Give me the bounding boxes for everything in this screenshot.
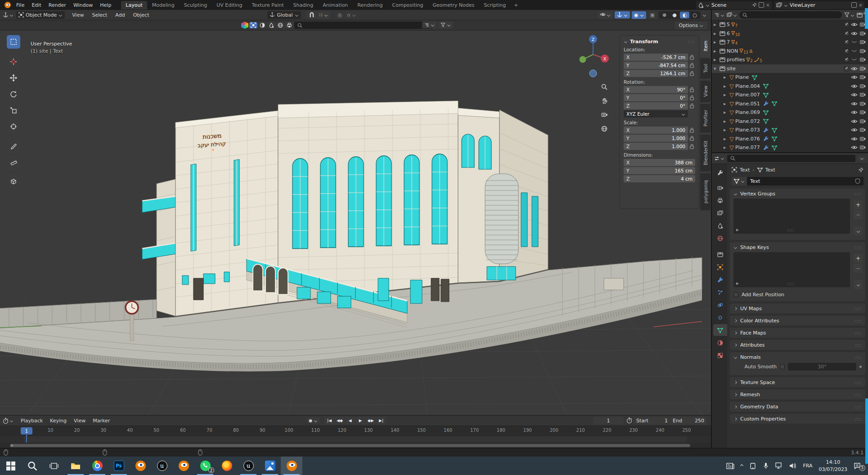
expand-arrow[interactable]: ▸ — [724, 109, 728, 115]
shading-mode-button[interactable]: ⊕ — [660, 12, 669, 18]
playback-button[interactable]: |◀ — [324, 417, 334, 425]
object-name[interactable]: Plane.073 — [735, 127, 760, 133]
playback-button[interactable]: ◆▶ — [366, 417, 376, 425]
remove-shape-key-button[interactable]: − — [854, 264, 863, 273]
orientation-dropdown[interactable]: Global — [267, 11, 301, 19]
viewport-menu-item[interactable]: View — [68, 11, 87, 19]
tab-constraint-properties[interactable] — [713, 312, 727, 323]
toggle-xray-button[interactable]: ▣ — [648, 11, 657, 19]
panel-expand[interactable] — [734, 417, 737, 420]
collection-checkbox[interactable] — [844, 31, 849, 36]
collection-checkbox[interactable] — [844, 66, 849, 71]
outliner-object-row[interactable]: ▸ ▽ Plane.073 — [712, 126, 868, 135]
camera-view-button[interactable] — [598, 109, 610, 121]
dimension-field[interactable]: Y165 cm — [624, 167, 695, 174]
camera-visibility-icon[interactable] — [859, 92, 866, 98]
clock[interactable]: 14:10 03/07/2023 — [819, 459, 847, 473]
tab-object-data-properties[interactable] — [713, 324, 727, 336]
start-button[interactable] — [0, 457, 22, 475]
expand-arrow[interactable]: ▸ — [714, 22, 718, 27]
show-gizmo-button[interactable] — [615, 11, 630, 18]
expand-arrow[interactable]: ▸ — [714, 31, 718, 36]
blender-app-icon-2[interactable] — [173, 457, 194, 475]
news-widget-icon[interactable] — [726, 462, 734, 470]
workspace-tab[interactable]: Compositing — [388, 1, 428, 9]
collection-name[interactable]: 5 — [727, 22, 730, 27]
outliner-collection-row[interactable]: ▸ 6 ∇10 a — [712, 29, 868, 38]
outliner-object-row[interactable]: ▸ ▽ Plane — [712, 73, 868, 82]
tab-output-properties[interactable] — [713, 195, 727, 206]
blender-active-icon[interactable] — [281, 457, 302, 475]
outliner-editor-type-button[interactable] — [714, 12, 724, 18]
add-workspace-button[interactable]: + — [510, 1, 522, 9]
tab-collection-properties[interactable] — [713, 249, 727, 260]
expand-arrow[interactable]: ▸ — [724, 83, 728, 89]
playback-button[interactable]: ▶ — [355, 417, 365, 425]
topbar-menu-item[interactable]: Help — [96, 1, 115, 9]
timeline-keyframe-area[interactable] — [0, 436, 711, 443]
vertex-group-specials-button[interactable] — [854, 226, 863, 235]
tab-viewlayer-properties[interactable] — [713, 207, 727, 219]
playhead-line[interactable] — [26, 434, 27, 443]
tab-world-properties[interactable] — [713, 232, 727, 244]
outliner-collection-row[interactable]: ▾ site ∇ a — [712, 64, 868, 73]
rotation-field[interactable]: Y0° — [624, 94, 688, 101]
eye-open-icon[interactable] — [850, 75, 858, 80]
shading-dropdown-chevron[interactable] — [703, 13, 706, 16]
snap-toggle-button[interactable] — [306, 11, 317, 19]
tab-scene-properties[interactable] — [713, 220, 727, 231]
panel-expand[interactable] — [734, 343, 737, 346]
rotation-field[interactable]: Z0° — [624, 102, 688, 109]
expand-arrow[interactable]: ▾ — [714, 66, 718, 72]
workspace-tab[interactable]: Animation — [318, 1, 352, 9]
eye-closed-icon[interactable] — [850, 49, 858, 54]
collapsed-panel[interactable]: Custom Properties — [730, 414, 865, 424]
proportional-falloff-button[interactable]: ∩ — [345, 11, 358, 19]
timeline-menu-item[interactable]: Marker — [89, 417, 113, 425]
location-field[interactable]: X-526.7 cm — [624, 54, 688, 61]
location-field[interactable]: Y-847.54 cm — [624, 62, 688, 69]
unreal-engine-icon-2[interactable]: u — [238, 457, 259, 475]
shading-mode-button[interactable]: ○ — [690, 12, 700, 18]
eye-closed-icon[interactable] — [850, 57, 858, 62]
eye-open-icon[interactable] — [850, 92, 858, 97]
expand-arrow[interactable]: ▸ — [724, 118, 728, 124]
expand-arrow[interactable]: ▸ — [724, 74, 728, 80]
whatsapp-icon[interactable]: 2 — [194, 457, 216, 475]
collapsed-panel[interactable]: Texture Space — [730, 377, 865, 387]
fake-user-shield-icon[interactable] — [855, 178, 860, 184]
new-scene-icon[interactable] — [759, 2, 764, 8]
collection-name[interactable]: profiles — [727, 57, 745, 63]
collapsed-panel[interactable]: Color Attributes — [730, 316, 865, 326]
camera-visibility-icon[interactable] — [859, 39, 866, 45]
viewport-menu-item[interactable]: Select — [88, 11, 111, 19]
expand-arrow[interactable]: ▸ — [714, 57, 718, 63]
lock-icon[interactable] — [688, 103, 695, 109]
eye-closed-icon[interactable] — [850, 40, 858, 45]
panel-collapse[interactable] — [734, 355, 737, 358]
task-view-button[interactable] — [43, 457, 65, 475]
workspace-tab[interactable]: Geometry Nodes — [428, 1, 479, 9]
scale-field[interactable]: Z1.000 — [624, 143, 688, 150]
collection-name[interactable]: 6 — [727, 31, 730, 36]
taskbar-search-button[interactable] — [22, 457, 43, 475]
sidebar-tab-view[interactable]: View — [700, 81, 711, 102]
collection-name[interactable]: site — [727, 66, 736, 72]
tablet-mode-icon[interactable] — [749, 462, 756, 470]
object-name[interactable]: Plane.069 — [735, 109, 760, 115]
eye-open-icon[interactable] — [850, 84, 858, 89]
object-name[interactable]: Plane.004 — [735, 83, 760, 89]
normals-title[interactable]: Normals — [740, 354, 761, 360]
expand-arrow[interactable]: ▸ — [714, 39, 718, 45]
camera-visibility-icon[interactable] — [859, 83, 866, 89]
topbar-menu-item[interactable]: File — [13, 1, 28, 9]
pan-hand-button[interactable] — [598, 95, 610, 107]
scale-field[interactable]: Y1.000 — [624, 135, 688, 142]
collapsed-panel[interactable]: Remesh — [730, 389, 865, 399]
auto-smooth-angle-field[interactable]: 30° — [788, 363, 856, 371]
notification-center-icon[interactable]: 5 — [854, 462, 862, 470]
outliner-collection-row[interactable]: ▸ NON ∇13 a — [712, 47, 868, 56]
outliner-object-row[interactable]: ▸ ▽ Plane.004 — [712, 82, 868, 91]
viewport-3d-scene[interactable]: משכנות קהילת יעקב — [0, 20, 711, 415]
outliner-object-row[interactable]: ▸ ▽ Plane.076 — [712, 135, 868, 144]
